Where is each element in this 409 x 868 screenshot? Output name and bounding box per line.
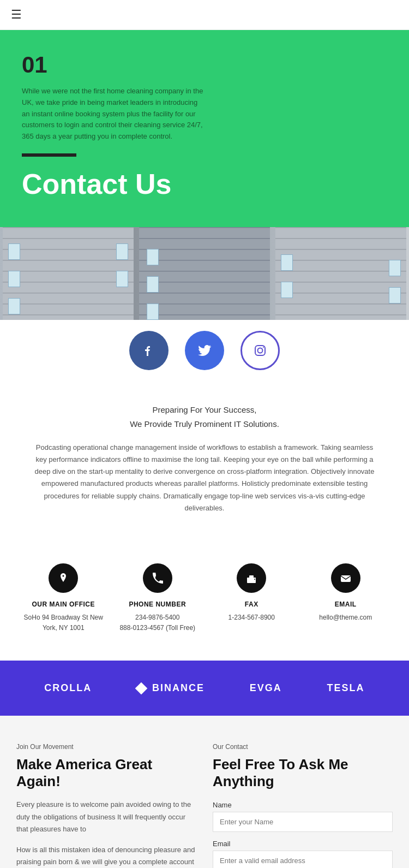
brands-section: CROLLA BINANCE EVGA TESLA xyxy=(0,661,409,716)
email-icon xyxy=(331,563,360,593)
hero-description: While we were not the first home cleanin… xyxy=(22,86,207,142)
brand-crolla: CROLLA xyxy=(44,682,92,694)
contact-phone: PHONE NUMBER 234-9876-5400888-0123-4567 … xyxy=(111,563,205,633)
it-solutions-section: Preparing For Your Success, We Provide T… xyxy=(0,387,409,536)
form-title: Feel Free To Ask Me Anything xyxy=(213,756,393,790)
svg-rect-4 xyxy=(249,575,254,578)
svg-rect-7 xyxy=(341,575,351,582)
contact-email: EMAIL hello@theme.com xyxy=(299,563,393,633)
hero-section: 01 While we were not the first home clea… xyxy=(0,30,409,227)
form-subtitle: Our Contact xyxy=(213,743,393,751)
phone-label: PHONE NUMBER xyxy=(129,601,186,608)
phone-value: 234-9876-5400888-0123-4567 (Toll Free) xyxy=(119,613,195,633)
svg-point-1 xyxy=(258,348,263,353)
fax-icon xyxy=(237,563,266,593)
email-label: Email xyxy=(213,840,393,848)
social-section xyxy=(0,320,409,387)
email-input[interactable] xyxy=(213,851,393,868)
join-desc-2: How is all this mistaken idea of denounc… xyxy=(16,844,196,868)
office-label: OUR MAIN OFFICE xyxy=(32,601,95,608)
office-icon xyxy=(49,563,78,593)
email-value: hello@theme.com xyxy=(319,613,372,623)
fax-value: 1-234-567-8900 xyxy=(228,613,275,623)
email-label: EMAIL xyxy=(335,601,357,608)
brand-binance: BINANCE xyxy=(137,682,204,694)
phone-icon xyxy=(143,563,172,593)
hero-number: 01 xyxy=(22,52,387,78)
hamburger-menu-icon[interactable]: ☰ xyxy=(11,8,22,21)
svg-point-2 xyxy=(263,347,264,348)
it-description: Podcasting operational change management… xyxy=(33,442,376,514)
instagram-icon[interactable] xyxy=(240,331,280,370)
contact-info-section: OUR MAIN OFFICE SoHo 94 Broadway St New … xyxy=(0,536,409,661)
contact-fax: FAX 1-234-567-8900 xyxy=(204,563,299,633)
twitter-icon[interactable] xyxy=(185,331,224,370)
hero-title: Contact Us xyxy=(22,169,387,200)
join-subtitle: Join Our Movement xyxy=(16,743,196,751)
brand-tesla: TESLA xyxy=(327,682,365,694)
join-desc-1: Every pleasure is to welcome pain avoide… xyxy=(16,799,196,835)
fax-label: FAX xyxy=(245,601,258,608)
join-title: Make America Great Again! xyxy=(16,756,196,790)
name-field-group: Name xyxy=(213,801,393,832)
contact-form-section: Our Contact Feel Free To Ask Me Anything… xyxy=(213,743,393,868)
office-value: SoHo 94 Broadway St New York, NY 1001 xyxy=(16,613,111,633)
header: ☰ xyxy=(0,0,409,30)
svg-point-6 xyxy=(254,579,255,580)
facebook-icon[interactable] xyxy=(129,331,169,370)
join-movement-section: Join Our Movement Make America Great Aga… xyxy=(16,743,196,868)
contact-office: OUR MAIN OFFICE SoHo 94 Broadway St New … xyxy=(16,563,111,633)
hero-divider xyxy=(22,153,76,157)
bottom-sections: Join Our Movement Make America Great Aga… xyxy=(0,716,409,868)
name-label: Name xyxy=(213,801,393,809)
name-input[interactable] xyxy=(213,812,393,832)
brand-evga: EVGA xyxy=(250,682,282,694)
email-field-group: Email xyxy=(213,840,393,868)
it-tagline: Preparing For Your Success, We Provide T… xyxy=(33,403,376,431)
